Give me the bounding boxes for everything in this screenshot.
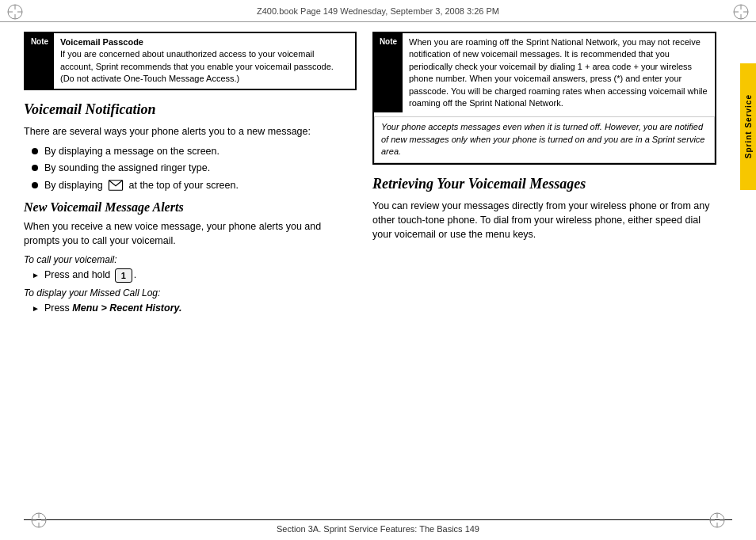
crosshair-top-right (732, 3, 750, 22)
retrieving-voicemail-heading: Retrieving Your Voicemail Messages (372, 176, 716, 192)
callout-label-1: To call your voicemail: (24, 254, 357, 265)
bullet-dot-2 (32, 165, 38, 171)
footer-text: Section 3A. Sprint Service Features: The… (277, 524, 479, 534)
right-note-label: Note (374, 33, 403, 112)
header-text: Z400.book Page 149 Wednesday, September … (257, 6, 499, 16)
retrieving-voicemail-body: You can review your messages directly fr… (372, 199, 716, 241)
menu-recent-history-text: Press Menu > Recent History. (44, 302, 182, 316)
arrow-list-1: ► Press and hold 1. (32, 268, 357, 283)
arrow-symbol-1: ► (32, 270, 40, 281)
key-1-icon: 1 (115, 268, 132, 283)
arrow-list-2: ► Press Menu > Recent History. (32, 302, 357, 316)
crosshair-bottom-right (708, 511, 726, 530)
page-container: Z400.book Page 149 Wednesday, September … (0, 0, 756, 540)
right-note-box: Note When you are roaming off the Sprint… (372, 32, 716, 165)
crosshair-top-left (6, 3, 24, 22)
voicemail-notification-body: There are several ways your phone alerts… (24, 124, 357, 139)
crosshair-bottom-left (30, 511, 48, 530)
left-note-content: Voicemail Passcode If you are concerned … (54, 33, 355, 89)
main-content: Note Voicemail Passcode If you are conce… (24, 22, 736, 516)
right-column: Note When you are roaming off the Sprint… (372, 22, 736, 516)
arrow-item-1: ► Press and hold 1. (32, 268, 357, 283)
bullet-item-3: By displaying at the top of your screen. (32, 179, 357, 193)
new-voicemail-alerts-body: When you receive a new voice message, yo… (24, 219, 357, 248)
envelope-icon (108, 180, 124, 191)
voicemail-notification-heading: Voicemail Notification (24, 101, 357, 118)
side-tab-label: Sprint Service (744, 94, 753, 158)
bullet-item-1: By displaying a message on the screen. (32, 145, 357, 159)
press-hold-text: Press and hold 1. (44, 268, 136, 283)
bullet-list: By displaying a message on the screen. B… (32, 145, 357, 193)
bullet-text-2: By sounding the assigned ringer type. (44, 162, 210, 176)
left-note-title: Voicemail Passcode (60, 36, 349, 48)
bullet-dot-3 (32, 182, 38, 188)
right-note-top: Note When you are roaming off the Sprint… (374, 33, 715, 112)
new-voicemail-alerts-heading: New Voicemail Message Alerts (24, 200, 357, 215)
sprint-service-tab: Sprint Service (740, 63, 756, 190)
bullet-dot-1 (32, 148, 38, 154)
callout-label-2: To display your Missed Call Log: (24, 287, 357, 299)
bullet-item-2: By sounding the assigned ringer type. (32, 162, 357, 176)
right-note-body: When you are roaming off the Sprint Nati… (403, 33, 715, 112)
left-column: Note Voicemail Passcode If you are conce… (24, 22, 357, 516)
bullet-text-3: By displaying at the top of your screen. (44, 179, 239, 193)
header-bar: Z400.book Page 149 Wednesday, September … (0, 0, 756, 22)
left-note-box: Note Voicemail Passcode If you are conce… (24, 32, 357, 90)
left-note-body: If you are concerned about unauthorized … (60, 48, 349, 85)
footer: Section 3A. Sprint Service Features: The… (24, 519, 732, 534)
arrow-item-2: ► Press Menu > Recent History. (32, 302, 357, 316)
arrow-symbol-2: ► (32, 303, 40, 314)
right-note-sub: Your phone accepts messages even when it… (374, 116, 715, 162)
bullet-text-1: By displaying a message on the screen. (44, 145, 220, 159)
left-note-label: Note (25, 33, 54, 89)
